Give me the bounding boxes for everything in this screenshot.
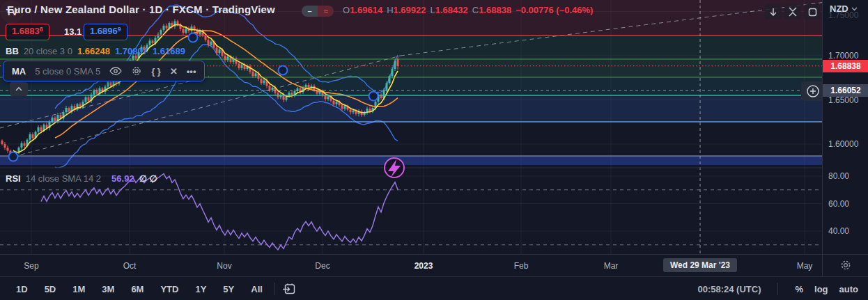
price-zone [0, 156, 822, 165]
go-to-date-button[interactable] [282, 283, 295, 294]
range-button-5d[interactable]: 5D [40, 282, 61, 297]
bb-upper-value: 1.70807 [115, 46, 148, 56]
drawing-anchor[interactable] [189, 33, 198, 42]
rsi-legend[interactable]: RSI 14 close SMA 14 2 56.92 ∅ ∅ [6, 173, 157, 184]
scale-buttons: %logauto [795, 284, 858, 294]
scale-button-percent[interactable]: % [795, 284, 803, 294]
time-axis[interactable]: SepOctNovDec2023FebMarMayWed 29 Mar '23 [0, 254, 868, 277]
bb-params: 20 close 3 0 [24, 46, 72, 56]
bb-name: BB [6, 46, 19, 56]
pane-collapse-button[interactable] [10, 82, 28, 96]
time-axis-label: Feb [514, 261, 529, 271]
bar-countdown: 00:58:24 (UTC) [697, 284, 761, 294]
divider [274, 283, 275, 295]
bb-lower-value: 1.61689 [153, 46, 185, 56]
rsi-value: 56.92 [111, 173, 134, 184]
eye-icon[interactable] [109, 67, 122, 75]
rsi-line [41, 174, 398, 250]
crosshair-date-badge: Wed 29 Mar '23 [663, 258, 737, 272]
rsi-params: 14 close SMA 14 2 [26, 173, 101, 184]
rsi-smoothing-values: ∅ ∅ [139, 173, 157, 184]
ma-name: MA [12, 66, 26, 77]
drawing-anchor[interactable] [9, 152, 18, 161]
close-icon[interactable]: ✕ [170, 66, 178, 77]
bottom-toolbar: 1D5D1M3M6MYTD1Y5YAll 00:58:24 (UTC) %log… [0, 276, 868, 300]
ma-params: 5 close 0 SMA 5 [35, 66, 100, 77]
low-value: 1.68432 [435, 5, 468, 15]
open-label: O [343, 5, 350, 15]
maximize-icon [808, 8, 817, 17]
spread-value: 13.1 [64, 26, 82, 37]
tradingview-chart-window: Euro / New Zealand Dollar · 1D · FXCM · … [0, 0, 868, 300]
symbol-title[interactable]: Euro / New Zealand Dollar · 1D · FXCM · … [7, 3, 275, 15]
time-axis-label: 2023 [414, 261, 433, 271]
last-price-axis-badge: 1.68838 [823, 60, 868, 72]
range-button-all[interactable]: All [246, 282, 268, 297]
axis-tick: 1.60000 [828, 139, 858, 149]
more-options-icon[interactable]: ••• [187, 66, 196, 77]
drawing-anchor[interactable] [369, 92, 378, 101]
axis-tick: 40.00 [828, 226, 849, 236]
collapse-icon [788, 7, 798, 17]
time-axis-label: May [797, 261, 813, 271]
low-label: L [431, 5, 435, 15]
lightning-icon[interactable] [385, 158, 404, 177]
open-value: 1.69614 [350, 5, 382, 15]
change-value: −0.00776 (−0.46%) [516, 5, 593, 15]
scroll-to-recent-button[interactable] [765, 4, 782, 19]
high-value: 1.69922 [394, 5, 426, 15]
range-button-1y[interactable]: 1Y [190, 282, 211, 297]
range-button-1d[interactable]: 1D [11, 282, 33, 297]
axis-tick: 80.00 [828, 171, 849, 181]
high-label: H [387, 5, 393, 15]
scale-button-auto[interactable]: auto [839, 284, 858, 294]
range-button-1m[interactable]: 1M [68, 282, 90, 297]
time-axis-label: Nov [217, 261, 231, 271]
maximize-pane-button[interactable] [804, 4, 821, 19]
bb-basis-value: 1.66248 [77, 46, 110, 56]
ma-value-badge: 1.68969 [84, 24, 127, 40]
axis-tick-faded: 1.75000 [828, 10, 858, 20]
close-value: 1.68838 [479, 5, 511, 15]
drawing-anchor[interactable] [279, 65, 288, 74]
axis-settings-corner[interactable] [822, 254, 868, 276]
gear-icon [839, 259, 852, 271]
range-button-3m[interactable]: 3M [97, 282, 119, 297]
down-arrow-icon [769, 8, 777, 17]
legend-toggle[interactable]: – ≈ [302, 6, 334, 17]
range-button-ytd[interactable]: YTD [155, 282, 183, 297]
price-zone [0, 95, 822, 122]
range-button-5y[interactable]: 5Y [218, 282, 239, 297]
settings-gear-icon[interactable] [131, 65, 142, 77]
divider [777, 283, 778, 295]
date-range-buttons: 1D5D1M3M6MYTD1Y5YAll [11, 282, 268, 297]
collapse-pane-button[interactable] [784, 4, 801, 19]
time-axis-label: Oct [123, 261, 137, 271]
calendar-arrow-icon [282, 283, 295, 294]
axis-tick: 60.00 [828, 199, 849, 209]
last-price-badge: 1.68838 [6, 24, 49, 40]
rsi-name: RSI [6, 173, 21, 184]
source-code-icon[interactable]: { } [151, 66, 161, 77]
close-label: C [472, 5, 479, 15]
add-alert-plus-button[interactable] [801, 81, 825, 101]
minus-icon[interactable]: – [302, 6, 318, 17]
crosshair-price-axis-badge: 1.66052 [823, 84, 868, 97]
range-button-6m[interactable]: 6M [126, 282, 148, 297]
chevron-up-icon [15, 86, 23, 92]
price-axis[interactable]: NZD 1.75000 1.700001.650001.6000080.0060… [822, 0, 868, 254]
ohlc-values: O1.69614 H1.69922 L1.68432 C1.68838 −0.0… [343, 5, 593, 15]
scale-button-log[interactable]: log [814, 284, 828, 294]
circle-plus-icon [806, 84, 820, 98]
time-axis-label: Mar [604, 261, 619, 271]
ma-legend-toolbar[interactable]: MA 5 close 0 SMA 5 { } ✕ ••• [3, 61, 205, 81]
wave-icon[interactable]: ≈ [318, 6, 334, 17]
time-axis-label: Dec [315, 261, 330, 271]
time-axis-label: Sep [24, 261, 38, 271]
bb-legend[interactable]: BB 20 close 3 0 1.66248 1.70807 1.61689 [6, 46, 185, 56]
